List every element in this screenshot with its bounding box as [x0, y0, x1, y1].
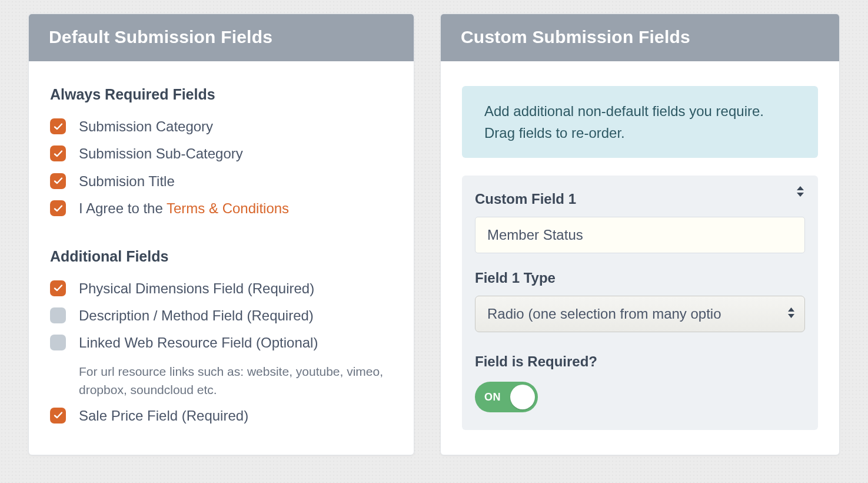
always-required-heading: Always Required Fields — [50, 86, 393, 103]
terms-link[interactable]: Terms & Conditions — [167, 200, 289, 216]
checkbox-icon[interactable] — [50, 145, 66, 161]
custom-fields-card: Custom Submission Fields Add additional … — [440, 14, 840, 455]
additional-fields-list: Physical Dimensions Field (Required) Des… — [50, 277, 393, 432]
checkbox-icon[interactable] — [50, 307, 66, 323]
custom-field-block: Custom Field 1 Field 1 Type Radio (one s… — [462, 176, 818, 430]
checkbox-icon[interactable] — [50, 118, 66, 134]
field-item: I Agree to the Terms & Conditions — [50, 197, 393, 224]
default-fields-title: Default Submission Fields — [29, 14, 414, 61]
additional-fields-section: Additional Fields Physical Dimensions Fi… — [50, 248, 393, 432]
custom-fields-title: Custom Submission Fields — [441, 14, 839, 61]
required-toggle[interactable]: ON — [475, 382, 538, 412]
field-item: Sale Price Field (Required) — [50, 404, 393, 431]
custom-field-1-label: Custom Field 1 — [475, 191, 805, 207]
always-required-section: Always Required Fields Submission Catego… — [50, 86, 393, 224]
field-subtext: For url resource links such as: website,… — [50, 362, 393, 399]
field-label: I Agree to the Terms & Conditions — [79, 199, 289, 218]
info-banner: Add additional non-default fields you re… — [462, 86, 818, 158]
additional-fields-heading: Additional Fields — [50, 248, 393, 265]
default-fields-card: Default Submission Fields Always Require… — [28, 14, 414, 455]
field-required-label: Field is Required? — [475, 353, 805, 370]
checkbox-icon[interactable] — [50, 200, 66, 216]
field-item: Physical Dimensions Field (Required) — [50, 277, 393, 304]
field-1-type-select[interactable]: Radio (one selection from many optio — [475, 296, 805, 332]
field-item: Submision Title — [50, 170, 393, 197]
custom-field-1-input[interactable] — [475, 217, 805, 253]
field-label: Linked Web Resource Field (Optional) — [79, 333, 318, 352]
checkbox-icon[interactable] — [50, 280, 66, 296]
field-label: Submission Sub-Category — [79, 144, 243, 163]
toggle-state-label: ON — [484, 391, 501, 403]
terms-prefix: I Agree to the — [79, 200, 167, 216]
field-item: Submission Category — [50, 115, 393, 142]
drag-handle-icon[interactable] — [794, 185, 806, 200]
field-label: Submission Category — [79, 117, 213, 136]
toggle-knob — [510, 385, 535, 409]
checkbox-icon[interactable] — [50, 173, 66, 189]
field-item: Linked Web Resource Field (Optional) — [50, 331, 393, 358]
checkbox-icon[interactable] — [50, 408, 66, 424]
always-required-list: Submission Category Submission Sub-Categ… — [50, 115, 393, 224]
field-label: Sale Price Field (Required) — [79, 406, 248, 425]
field-item: Description / Method Field (Required) — [50, 304, 393, 331]
field-item: Submission Sub-Category — [50, 142, 393, 169]
field-label: Description / Method Field (Required) — [79, 306, 314, 325]
field-1-type-label: Field 1 Type — [475, 270, 805, 286]
field-label: Physical Dimensions Field (Required) — [79, 279, 314, 298]
field-label: Submision Title — [79, 172, 175, 191]
checkbox-icon[interactable] — [50, 335, 66, 350]
